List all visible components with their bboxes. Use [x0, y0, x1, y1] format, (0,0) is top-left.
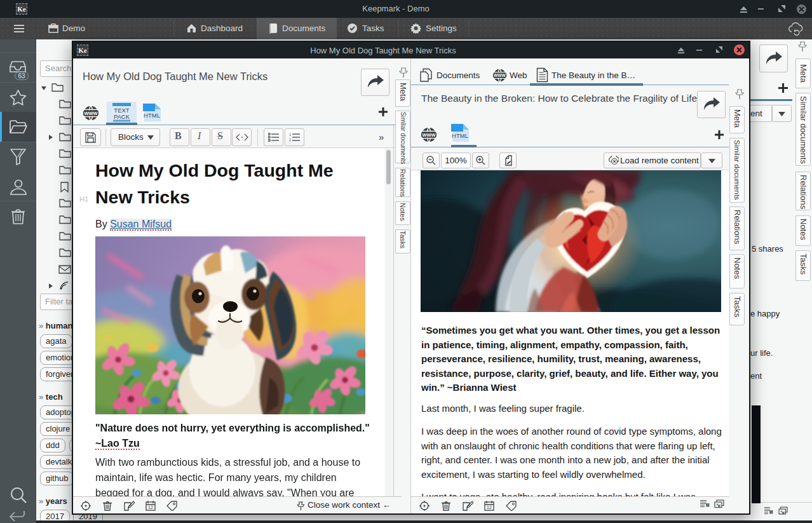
svg-text:HTML: HTML — [144, 112, 160, 119]
svg-text:PACK: PACK — [114, 113, 130, 120]
svg-text:12: 12 — [148, 505, 153, 510]
svg-text:WWW: WWW — [422, 132, 436, 138]
svg-text:WWW: WWW — [494, 73, 506, 78]
svg-text:HTML: HTML — [452, 132, 468, 139]
svg-text:TEXT: TEXT — [114, 107, 129, 114]
svg-text:2: 2 — [289, 138, 292, 142]
svg-text:WWW: WWW — [84, 111, 98, 116]
svg-text:12: 12 — [487, 505, 492, 510]
svg-text:1: 1 — [289, 133, 292, 137]
